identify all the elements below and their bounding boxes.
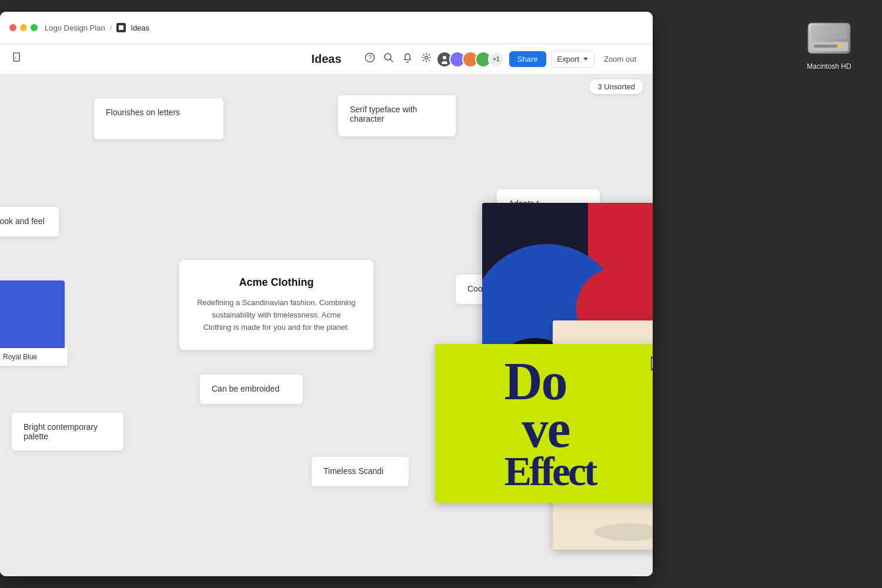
breadcrumb-separator: / (110, 24, 112, 32)
svg-line-6 (390, 59, 393, 62)
zoom-out-button[interactable]: Zoom out (599, 51, 641, 67)
share-button[interactable]: Share (509, 51, 546, 67)
app-window: Logo Design Plan / Ideas 1 (0, 12, 653, 576)
color-label: Royal Blue (0, 348, 68, 366)
fullscreen-button[interactable] (31, 24, 38, 31)
toolbar-icons-left: 1 (12, 52, 22, 66)
traffic-lights (9, 24, 38, 31)
unsorted-badge[interactable]: 3 Unsorted (589, 79, 643, 94)
card-timeless-text: Timeless Scandi (323, 466, 383, 476)
card-flourishes-text: Flourishes on letters (106, 108, 180, 117)
color-swatch-card[interactable]: Royal Blue (0, 280, 68, 366)
svg-rect-35 (814, 45, 837, 48)
close-button[interactable] (9, 24, 16, 31)
toolbar-right: ? (365, 51, 641, 68)
card-serif-text: Serif typeface with character (350, 105, 417, 123)
svg-point-8 (443, 56, 446, 59)
svg-point-9 (442, 61, 447, 64)
card-modern-text: Modern look and feel (0, 216, 45, 226)
card-bright[interactable]: Bright contemporary palette (12, 413, 123, 450)
svg-rect-37 (811, 25, 847, 39)
desktop: Logo Design Plan / Ideas 1 (0, 0, 882, 588)
gear-icon[interactable] (421, 52, 432, 66)
toolbar: 1 Ideas ? (0, 44, 653, 75)
design-overlay-container: Do ve Effect (435, 203, 653, 509)
canvas: 3 Unsorted Flourishes on letters Serif t… (0, 75, 653, 576)
card-timeless[interactable]: Timeless Scandi (312, 457, 409, 486)
poster-lime-text: Do ve Effect (493, 346, 607, 502)
breadcrumb-current: Ideas (131, 24, 149, 32)
card-flourishes[interactable]: Flourishes on letters (94, 98, 223, 139)
svg-point-7 (425, 56, 427, 59)
card-modern[interactable]: Modern look and feel (0, 207, 59, 236)
desktop-icon-label: Macintosh HD (807, 62, 851, 71)
minimize-button[interactable] (20, 24, 27, 31)
svg-point-36 (839, 45, 843, 48)
export-button[interactable]: Export (551, 51, 595, 68)
card-embroided-text: Can be embroided (212, 384, 279, 393)
svg-text:1: 1 (15, 56, 17, 59)
brand-card[interactable]: Acme Clothing Redefining a Scandinavian … (179, 260, 373, 350)
breadcrumb-icon (116, 23, 126, 32)
poster-lime: Do ve Effect (435, 344, 653, 503)
breadcrumb-parent[interactable]: Logo Design Plan (45, 24, 105, 32)
card-embroided[interactable]: Can be embroided (200, 375, 303, 404)
card-serif[interactable]: Serif typeface with character (338, 95, 456, 136)
avatar-group: +1 (436, 51, 505, 68)
breadcrumb: Logo Design Plan / Ideas (45, 23, 149, 32)
brand-card-description: Redefining a Scandinavian fashion. Combi… (197, 297, 356, 333)
toolbar-icons-right: ? (365, 52, 432, 66)
macintosh-hd-icon[interactable]: Macintosh HD (806, 18, 853, 71)
bell-icon[interactable] (402, 52, 413, 66)
card-bright-text: Bright contemporary palette (24, 422, 98, 441)
help-icon[interactable]: ? (365, 52, 375, 66)
page-icon[interactable]: 1 (12, 52, 22, 66)
avatar-count: +1 (488, 51, 505, 68)
brand-card-title: Acme Clothing (197, 276, 356, 289)
svg-text:?: ? (368, 55, 372, 61)
search-icon[interactable] (383, 52, 394, 66)
svg-point-5 (385, 54, 391, 60)
svg-rect-0 (119, 25, 123, 30)
export-label: Export (557, 55, 580, 64)
export-chevron-icon (583, 58, 588, 61)
title-bar: Logo Design Plan / Ideas (0, 12, 653, 44)
toolbar-title: Ideas (311, 52, 341, 66)
color-block-royal-blue (0, 280, 65, 348)
